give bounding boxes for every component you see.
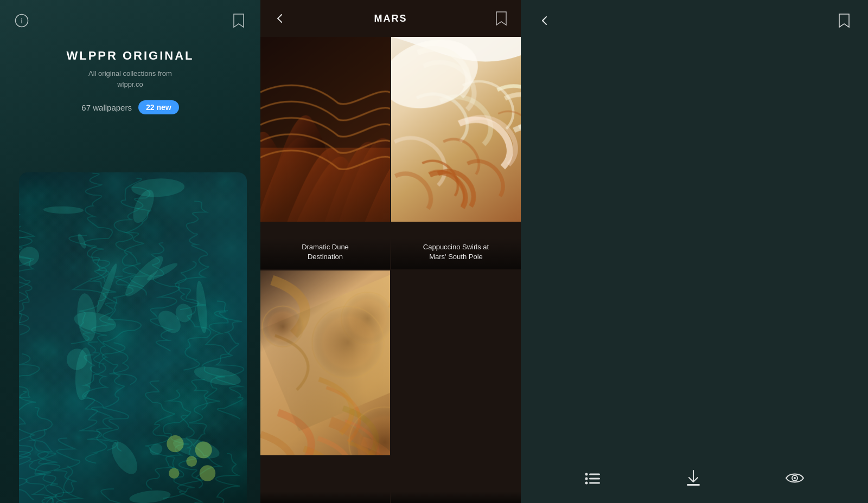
ridge-label bbox=[391, 491, 521, 503]
info-list-button[interactable] bbox=[584, 470, 602, 486]
svg-rect-5 bbox=[589, 478, 600, 480]
middle-panel: MARS Dramatic DuneDestination Cappuccino… bbox=[260, 0, 521, 503]
mars-title: MARS bbox=[374, 13, 407, 24]
right-panel-header bbox=[521, 0, 868, 41]
bookmark-button-left[interactable] bbox=[230, 12, 247, 29]
svg-rect-3 bbox=[589, 474, 600, 475]
cappuccino-canvas bbox=[391, 37, 521, 222]
right-panel-canvas bbox=[521, 0, 868, 503]
wallpaper-item-dune[interactable]: Dramatic DuneDestination bbox=[260, 37, 390, 269]
crater-label bbox=[260, 491, 390, 503]
wallpaper-grid: Dramatic DuneDestination Cappuccino Swir… bbox=[260, 37, 521, 503]
dune-canvas bbox=[260, 37, 390, 222]
wallpaper-item-cappuccino[interactable]: Cappuccino Swirls atMars' South Pole bbox=[391, 37, 521, 269]
middle-header: MARS bbox=[260, 0, 521, 37]
featured-wallpaper-preview[interactable] bbox=[19, 172, 247, 503]
collection-stats: 67 wallpapers 22 new bbox=[81, 100, 178, 114]
svg-point-4 bbox=[585, 478, 588, 480]
collection-title: WLPPR ORIGINAL bbox=[66, 49, 194, 63]
crater-canvas bbox=[260, 270, 390, 455]
back-button-right[interactable] bbox=[536, 12, 553, 29]
bookmark-button-middle[interactable] bbox=[493, 10, 510, 27]
featured-wallpaper-canvas bbox=[19, 172, 247, 503]
svg-point-2 bbox=[585, 473, 588, 476]
collection-subtitle: All original collections fromwlppr.co bbox=[88, 68, 172, 89]
right-panel bbox=[521, 0, 868, 503]
svg-point-10 bbox=[794, 477, 796, 479]
preview-eye-button[interactable] bbox=[785, 472, 805, 485]
download-button[interactable] bbox=[686, 469, 701, 487]
info-button[interactable]: i bbox=[13, 12, 30, 29]
svg-rect-7 bbox=[589, 482, 600, 484]
svg-point-6 bbox=[585, 482, 588, 485]
ridge-canvas bbox=[391, 270, 521, 455]
right-panel-footer bbox=[521, 459, 868, 503]
wallpaper-count: 67 wallpapers bbox=[81, 103, 132, 112]
back-button[interactable] bbox=[271, 10, 289, 27]
svg-rect-8 bbox=[687, 484, 700, 486]
svg-text:i: i bbox=[21, 17, 23, 25]
wallpaper-item-crater[interactable] bbox=[260, 270, 390, 503]
left-panel-info: WLPPR ORIGINAL All original collections … bbox=[66, 49, 194, 114]
new-badge[interactable]: 22 new bbox=[138, 100, 179, 114]
left-panel-header: i bbox=[0, 0, 260, 41]
cappuccino-label: Cappuccino Swirls atMars' South Pole bbox=[391, 238, 521, 269]
dune-label: Dramatic DuneDestination bbox=[260, 238, 390, 269]
bookmark-button-right[interactable] bbox=[835, 12, 853, 29]
left-panel: i WLPPR ORIGINAL All original collection… bbox=[0, 0, 260, 503]
wallpaper-item-ridge[interactable] bbox=[391, 270, 521, 503]
